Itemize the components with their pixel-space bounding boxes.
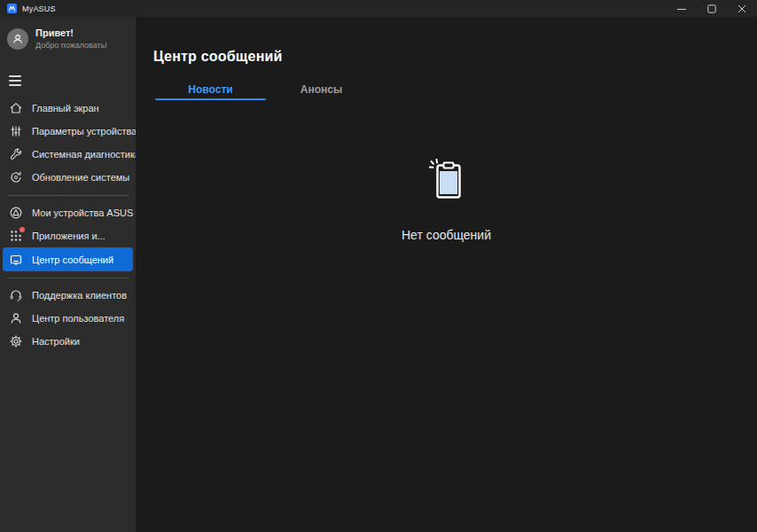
sidebar-item-system-update[interactable]: Обновление системы (0, 166, 136, 189)
headset-icon (9, 288, 23, 302)
page-title: Центр сообщений (136, 17, 757, 65)
message-icon (9, 253, 23, 267)
sidebar-item-label: Поддержка клиентов (32, 290, 127, 301)
apps-grid-icon (9, 229, 23, 243)
close-button[interactable] (727, 0, 757, 17)
gear-icon (9, 334, 23, 348)
user-icon (9, 311, 23, 325)
wrench-icon (9, 147, 23, 161)
sidebar-item-label: Системная диагностика (32, 149, 140, 160)
home-icon (9, 101, 23, 115)
minimize-button[interactable] (667, 0, 697, 17)
sidebar-divider (7, 278, 129, 278)
hamburger-icon (9, 75, 21, 77)
sidebar-item-label: Параметры устройства (32, 126, 137, 137)
notification-dot (20, 227, 25, 232)
menu-toggle-button[interactable] (0, 59, 136, 95)
sidebar-item-message-center[interactable]: Центр сообщений (3, 247, 133, 271)
sliders-icon (9, 124, 23, 138)
main-content: Центр сообщений Новости Анонсы Нет сообщ… (136, 17, 757, 532)
sidebar-item-user-center[interactable]: Центр пользователя (0, 307, 136, 330)
sidebar-item-label: Приложения и... (32, 231, 105, 241)
sidebar-item-settings[interactable]: Настройки (0, 330, 136, 353)
titlebar: MyASUS (0, 0, 757, 17)
empty-message: Нет сообщений (402, 228, 491, 242)
sidebar-item-label: Центр пользователя (32, 313, 124, 324)
sidebar-item-label: Настройки (32, 336, 80, 347)
tab-news[interactable]: Новости (155, 79, 266, 100)
sidebar: Привет! Добро пожаловать! Главный экран (0, 17, 136, 532)
sidebar-item-label: Центр сообщений (32, 254, 113, 265)
sidebar-item-customer-support[interactable]: Поддержка клиентов (0, 284, 136, 307)
refresh-icon (9, 170, 23, 184)
sidebar-item-label: Обновление системы (32, 172, 129, 183)
user-greeting[interactable]: Привет! Добро пожаловать! (0, 17, 136, 59)
sidebar-item-label: Главный экран (32, 103, 99, 113)
sidebar-nav: Главный экран Параметры устройства (0, 97, 136, 353)
sidebar-item-device-settings[interactable]: Параметры устройства (0, 120, 136, 143)
maximize-button[interactable] (697, 0, 727, 17)
empty-clipboard-icon (429, 159, 464, 201)
empty-state: Нет сообщений (136, 159, 757, 242)
sidebar-item-label: Мои устройства ASUS (32, 207, 133, 218)
sidebar-item-apps[interactable]: Приложения и... (0, 224, 136, 247)
greeting-hello: Привет! (35, 27, 107, 40)
greeting-welcome: Добро пожаловать! (35, 41, 107, 51)
sidebar-item-home[interactable]: Главный экран (0, 97, 136, 120)
tab-announcements[interactable]: Анонсы (266, 79, 377, 100)
tabs: Новости Анонсы (155, 79, 757, 100)
sidebar-item-my-devices[interactable]: Мои устройства ASUS (0, 201, 136, 224)
sidebar-divider (7, 195, 129, 196)
window-title: MyASUS (22, 4, 56, 13)
device-circle-icon (9, 206, 23, 220)
myasus-logo-icon (7, 4, 17, 13)
sidebar-item-diagnostics[interactable]: Системная диагностика (0, 143, 136, 166)
avatar (7, 28, 28, 50)
